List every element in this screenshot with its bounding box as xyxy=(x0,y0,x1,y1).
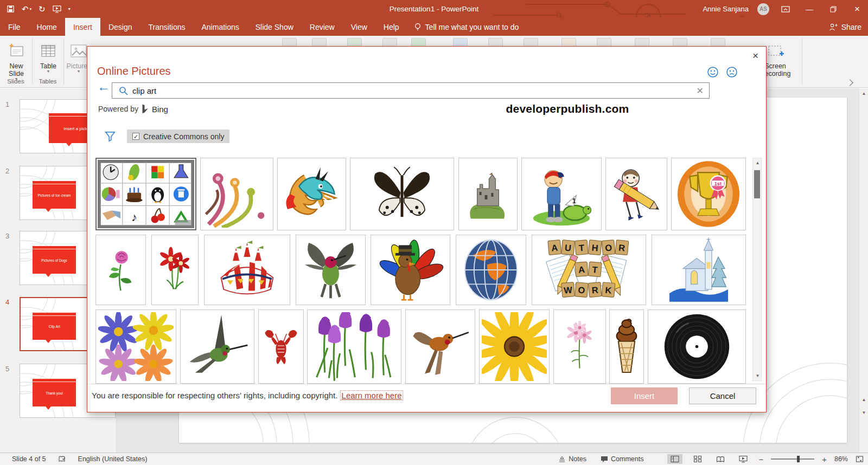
zoom-slider-thumb[interactable] xyxy=(797,456,800,462)
result-lily[interactable] xyxy=(553,309,606,384)
slide-callout: Pictures of Ice cream xyxy=(33,181,76,209)
new-slide-button[interactable]: NewSlide▾ xyxy=(2,37,31,80)
powerpoint-window: ↶▾ ↻ ▾ Presentation1 - PowerPoint Annie … xyxy=(0,0,868,465)
feedback-smile-icon[interactable] xyxy=(707,66,719,78)
slide-sorter-view-button[interactable] xyxy=(690,454,705,464)
copyright-notice: You are responsible for respecting other… xyxy=(92,391,337,400)
share-person-icon xyxy=(829,23,838,31)
search-input-value[interactable]: clip art xyxy=(132,86,156,95)
user-name[interactable]: Annie Sanjana xyxy=(703,5,749,13)
bing-logo-icon xyxy=(142,104,149,114)
feedback-frown-icon[interactable] xyxy=(726,66,738,78)
results-scrollbar[interactable]: ▲ ▼ xyxy=(752,158,762,381)
result-pink-rose[interactable] xyxy=(95,235,146,305)
next-slide-button[interactable]: ▼ xyxy=(859,408,868,417)
dialog-footer: You are responsible for respecting other… xyxy=(87,384,766,412)
close-window-button[interactable]: × xyxy=(850,0,865,18)
result-butterfly[interactable] xyxy=(350,158,454,230)
result-amaryllis[interactable] xyxy=(151,235,199,305)
watermark-text: developerpublish.com xyxy=(497,102,638,115)
results-row-2: AUTHORATWORK xyxy=(95,235,746,305)
result-clipart-collage[interactable]: ♪ xyxy=(95,158,196,230)
results-scroll-down[interactable]: ▼ xyxy=(753,371,762,380)
spellcheck-icon[interactable] xyxy=(58,455,66,463)
result-turkey[interactable] xyxy=(371,235,450,305)
result-dragon[interactable] xyxy=(277,158,346,230)
insert-button[interactable]: Insert xyxy=(611,388,678,404)
svg-text:A: A xyxy=(551,243,559,254)
online-pictures-dialog: × Online Pictures ← clip art ✕ Powered b… xyxy=(87,46,767,412)
tab-transitions[interactable]: Transitions xyxy=(141,18,194,36)
share-button[interactable]: Share xyxy=(829,18,861,36)
reading-view-button[interactable] xyxy=(713,455,728,464)
minimize-button[interactable]: — xyxy=(802,0,817,18)
notes-button[interactable]: Notes xyxy=(555,454,590,464)
result-trophy[interactable]: 1st xyxy=(671,158,746,230)
avatar[interactable]: AS xyxy=(757,3,769,15)
result-daisies[interactable] xyxy=(95,309,176,384)
slide-number-3: 3 xyxy=(5,232,9,240)
slide-indicator[interactable]: Slide 4 of 5 xyxy=(12,455,46,463)
filter-icon[interactable] xyxy=(104,131,116,143)
zoom-level[interactable]: 86% xyxy=(834,455,848,463)
result-circus-tent[interactable] xyxy=(204,235,290,305)
result-author-at-work[interactable]: AUTHORATWORK xyxy=(532,235,646,305)
tab-animations[interactable]: Animations xyxy=(193,18,247,36)
result-vinyl-record[interactable] xyxy=(648,309,746,384)
tab-design[interactable]: Design xyxy=(100,18,141,36)
vertical-scrollbar[interactable]: ▲ ▲ ▼ xyxy=(859,88,868,453)
creative-commons-checkbox[interactable]: ✓ xyxy=(132,133,139,140)
zoom-slider[interactable] xyxy=(771,458,814,460)
svg-text:K: K xyxy=(605,285,612,296)
result-crocus[interactable] xyxy=(307,309,401,384)
restore-button[interactable] xyxy=(826,0,841,18)
tell-me-box[interactable]: Tell me what you want to do xyxy=(407,18,526,36)
slideshow-view-button[interactable] xyxy=(736,454,751,464)
back-arrow-icon[interactable]: ← xyxy=(97,80,110,93)
result-ice-cream[interactable] xyxy=(609,309,644,384)
result-boy-turtle[interactable]: 1 xyxy=(521,158,602,230)
result-globe[interactable] xyxy=(456,235,526,305)
creative-commons-filter[interactable]: ✓ Creative Commons only xyxy=(127,130,229,143)
collapse-ribbon-icon[interactable] xyxy=(846,79,853,86)
tab-help[interactable]: Help xyxy=(375,18,407,36)
zoom-out-button[interactable]: − xyxy=(758,455,763,464)
group-label-slides: Slides xyxy=(1,78,31,85)
scroll-up-button[interactable]: ▲ xyxy=(859,89,868,98)
previous-slide-button[interactable]: ▲ xyxy=(859,395,868,404)
results-scroll-up[interactable]: ▲ xyxy=(753,158,762,167)
tab-slide-show[interactable]: Slide Show xyxy=(247,18,302,36)
table-button[interactable]: Table▾ xyxy=(34,37,63,73)
result-hummingbird-dark[interactable] xyxy=(180,309,254,384)
svg-text:T: T xyxy=(592,264,598,275)
creative-commons-label: Creative Commons only xyxy=(143,132,224,141)
cancel-button[interactable]: Cancel xyxy=(689,388,756,404)
slide-number-2: 2 xyxy=(5,167,9,175)
clear-search-icon[interactable]: ✕ xyxy=(697,86,704,96)
tab-home[interactable]: Home xyxy=(29,18,65,36)
tab-view[interactable]: View xyxy=(343,18,375,36)
zoom-in-button[interactable]: + xyxy=(822,455,827,464)
result-lobster[interactable] xyxy=(258,309,304,384)
ribbon-tabs: FileHomeInsertDesignTransitionsAnimation… xyxy=(0,18,407,36)
fit-to-window-icon[interactable] xyxy=(856,455,864,463)
result-boy-pencil[interactable] xyxy=(605,158,667,230)
result-sunflower[interactable] xyxy=(479,309,550,384)
dialog-close-button[interactable]: × xyxy=(752,50,758,62)
result-winter-church[interactable] xyxy=(652,235,746,305)
result-hummingbird-green[interactable] xyxy=(296,235,366,305)
language-indicator[interactable]: English (United States) xyxy=(78,455,148,463)
tab-insert[interactable]: Insert xyxy=(65,18,100,36)
normal-view-button[interactable] xyxy=(667,454,682,464)
slide-callout: Pictures of Dogs xyxy=(33,246,76,274)
tab-file[interactable]: File xyxy=(0,18,29,36)
results-scroll-thumb[interactable] xyxy=(754,170,760,198)
search-box[interactable]: clip art ✕ xyxy=(112,82,710,99)
learn-more-link[interactable]: Learn more here xyxy=(340,390,404,401)
tab-review[interactable]: Review xyxy=(302,18,343,36)
ribbon-display-options-icon[interactable] xyxy=(778,0,793,18)
result-castle[interactable] xyxy=(458,158,518,230)
comments-button[interactable]: Comments xyxy=(597,454,647,464)
result-color-swirls[interactable] xyxy=(200,158,273,230)
result-hummingbird-rufous[interactable] xyxy=(405,309,475,384)
